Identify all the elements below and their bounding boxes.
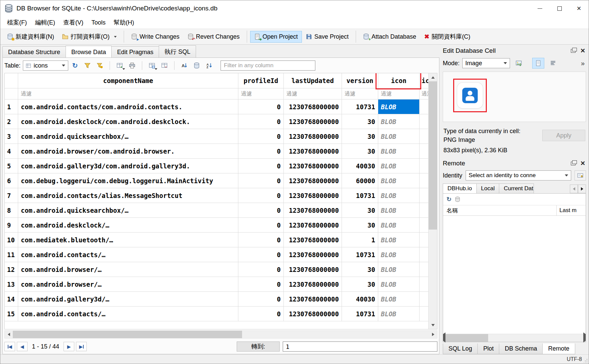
cell-componentName[interactable]: com.android.gallery3d/… [18, 292, 238, 306]
edit-database-cell-button[interactable] [191, 60, 202, 71]
delete-record-button[interactable]: − [159, 60, 170, 71]
cell-version[interactable]: 10731 [342, 247, 378, 262]
cell-version[interactable]: 60000 [342, 173, 378, 188]
filter-any-column-input[interactable] [221, 60, 315, 71]
cell-version[interactable]: 10731 [342, 307, 378, 321]
cell-icon-blob[interactable]: BLOB [378, 188, 420, 203]
cell-componentName[interactable]: com.mediatek.bluetooth/… [18, 233, 238, 247]
cell-icon-blob[interactable]: BLOB [378, 247, 420, 262]
cell-version[interactable]: 30 [342, 144, 378, 158]
menu-help[interactable]: 幫助(H) [110, 17, 138, 28]
close-panel-icon[interactable]: ✕ [580, 48, 585, 54]
open-database-button[interactable]: 打開資料庫(O) [58, 30, 121, 43]
cell-lastUpdated[interactable]: 1230768000000 [284, 173, 342, 188]
previous-record-button[interactable]: ◀ [17, 342, 28, 351]
cell-icon-blob[interactable]: BLOB [378, 292, 420, 306]
column-header-version[interactable]: version [342, 73, 378, 88]
table-row[interactable]: 12 com.android.browser/… 0 1230768000000… [5, 262, 428, 277]
cell-profileId[interactable]: 0 [238, 247, 284, 262]
cell-icon-blob[interactable]: BLOB [378, 99, 420, 114]
filter-profileId[interactable]: 過濾 [238, 88, 284, 99]
filter-lastUpdated[interactable]: 過濾 [284, 88, 342, 99]
vertical-scroll-thumb[interactable] [429, 81, 437, 230]
remote-file-list[interactable] [443, 216, 586, 334]
cell-partial[interactable] [420, 203, 428, 217]
cell-componentName[interactable]: com.android.browser/com.android.browser. [18, 144, 238, 158]
cell-partial[interactable] [420, 188, 428, 203]
apply-button[interactable]: Apply [542, 130, 585, 141]
cell-partial[interactable] [420, 218, 428, 232]
save-project-button[interactable]: Save Project [302, 31, 353, 43]
table-row[interactable]: 6 com.debug.loggerui/com.debug.loggerui.… [5, 173, 428, 188]
cell-componentName[interactable]: com.android.contacts/… [18, 247, 238, 262]
cell-partial[interactable] [420, 144, 428, 158]
table-row[interactable]: 5 com.android.gallery3d/com.android.gall… [5, 159, 428, 173]
cell-icon-blob[interactable]: BLOB [378, 144, 420, 158]
cell-version[interactable]: 30 [342, 114, 378, 129]
cell-lastUpdated[interactable]: 1230768000000 [284, 218, 342, 232]
table-row[interactable]: 15 com.android.contacts/… 0 123076800000… [5, 307, 428, 321]
cell-partial[interactable] [420, 173, 428, 188]
cell-icon-blob[interactable]: BLOB [378, 129, 420, 144]
cell-version[interactable]: 40030 [342, 159, 378, 173]
tab-database-structure[interactable]: Database Structure [2, 46, 66, 57]
column-header-componentName[interactable]: componentName [18, 73, 238, 88]
remote-refresh-icon[interactable]: ↻ [446, 196, 451, 203]
remote-tabs-scroll-left-button[interactable] [570, 185, 578, 193]
cell-version[interactable]: 30 [342, 129, 378, 144]
toolbar-overflow-icon[interactable]: » [581, 59, 586, 67]
cell-profileId[interactable]: 0 [238, 173, 284, 188]
duplicate-record-button[interactable] [146, 60, 158, 71]
cell-version[interactable]: 30 [342, 277, 378, 291]
table-row[interactable]: 1 com.android.contacts/com.android.conta… [5, 99, 428, 114]
print-button[interactable] [126, 60, 138, 71]
close-panel-icon[interactable]: ✕ [580, 160, 585, 166]
cell-lastUpdated[interactable]: 1230768000000 [284, 159, 342, 173]
scroll-right-icon[interactable] [583, 334, 586, 342]
cell-partial[interactable] [420, 233, 428, 247]
clear-filters-button[interactable] [82, 60, 93, 71]
cell-componentName[interactable]: com.android.contacts/com.android.contact… [18, 99, 238, 114]
close-database-button[interactable]: ✖ 關閉資料庫(C) [420, 30, 474, 43]
cell-componentName[interactable]: com.android.deskclock/com.android.deskcl… [18, 114, 238, 129]
word-wrap-button[interactable] [547, 58, 559, 69]
last-record-button[interactable]: ▶ [76, 342, 87, 351]
cell-partial[interactable] [420, 159, 428, 173]
cell-icon-blob[interactable]: BLOB [378, 218, 420, 232]
horizontal-scroll-thumb[interactable] [13, 331, 242, 338]
write-changes-button[interactable]: ▸ Write Changes [127, 31, 184, 43]
text-mode-button[interactable] [532, 58, 544, 69]
table-row[interactable]: 14 com.android.gallery3d/… 0 12307680000… [5, 292, 428, 307]
scroll-left-icon[interactable] [443, 334, 445, 342]
menu-edit[interactable]: 編輯(E) [31, 17, 59, 28]
column-header-icon[interactable]: icon [378, 73, 420, 88]
cell-lastUpdated[interactable]: 1230768000000 [284, 144, 342, 158]
float-panel-icon[interactable] [571, 162, 576, 165]
vertical-scrollbar[interactable] [428, 73, 437, 329]
remote-tabs-scroll-right-button[interactable] [578, 185, 586, 193]
cell-profileId[interactable]: 0 [238, 159, 284, 173]
cell-icon-blob[interactable]: BLOB [378, 173, 420, 188]
remote-horizontal-scrollbar[interactable] [443, 334, 586, 342]
goto-record-input[interactable] [283, 341, 437, 352]
resize-grip-icon[interactable] [584, 359, 588, 363]
cell-profileId[interactable]: 0 [238, 218, 284, 232]
sort-asc-button[interactable]: A [179, 60, 190, 71]
cell-icon-blob[interactable]: BLOB [378, 277, 420, 291]
cell-lastUpdated[interactable]: 1230768000000 [284, 99, 342, 114]
table-row[interactable]: 9 com.android.deskclock/… 0 123076800000… [5, 218, 428, 233]
cell-lastUpdated[interactable]: 1230768000000 [284, 307, 342, 321]
revert-changes-button[interactable]: ↶ Revert Changes [184, 31, 244, 43]
dock-tab-sql-log[interactable]: SQL Log [443, 343, 478, 354]
cell-componentName[interactable]: com.android.deskclock/… [18, 218, 238, 232]
identity-selector[interactable]: Select an identity to conne [466, 170, 571, 180]
menu-view[interactable]: 查看(V) [59, 17, 87, 28]
menu-tools[interactable]: Tools [87, 17, 110, 28]
tab-browse-data[interactable]: Browse Data [66, 46, 112, 57]
scroll-up-icon[interactable] [429, 73, 437, 81]
cell-lastUpdated[interactable]: 1230768000000 [284, 292, 342, 306]
remote-column-last-modified[interactable]: Last m [557, 205, 586, 215]
cell-profileId[interactable]: 0 [238, 114, 284, 129]
cell-version[interactable]: 30 [342, 262, 378, 277]
cell-partial[interactable] [420, 307, 428, 321]
